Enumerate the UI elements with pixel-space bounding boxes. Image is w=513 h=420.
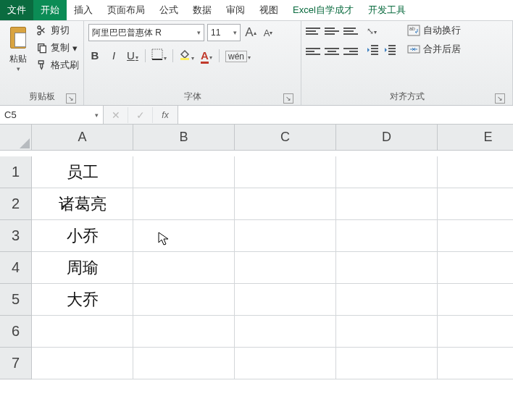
phonetic-button[interactable]: wén▾ [225, 49, 251, 62]
align-left-button[interactable] [306, 46, 320, 57]
col-header-E[interactable]: E [438, 125, 513, 151]
paste-button[interactable]: 粘贴 ▾ [4, 24, 32, 89]
clipboard-launcher-icon[interactable]: ↘ [66, 93, 76, 104]
cell-B6[interactable] [133, 316, 235, 348]
cell-A5[interactable]: 大乔 [32, 284, 133, 316]
row-header-6[interactable]: 6 [0, 316, 32, 348]
cell-B4[interactable] [133, 252, 235, 284]
menu-review[interactable]: 审阅 [219, 0, 252, 20]
select-all-corner[interactable] [0, 125, 32, 151]
align-center-button[interactable] [325, 46, 339, 57]
cell-B5[interactable] [133, 284, 235, 316]
menu-formula[interactable]: 公式 [152, 0, 185, 20]
cell-B7[interactable] [133, 348, 235, 379]
cell-E4[interactable] [438, 252, 513, 284]
cell-D5[interactable] [336, 284, 438, 316]
confirm-formula-button[interactable]: ✓ [128, 107, 153, 123]
cancel-formula-button[interactable]: ✕ [104, 107, 128, 123]
align-right-button[interactable] [343, 46, 358, 57]
col-header-D[interactable]: D [336, 125, 438, 151]
cell-C2[interactable] [235, 188, 336, 220]
cell-B3[interactable] [133, 220, 235, 252]
menu-home[interactable]: 开始 [33, 0, 67, 20]
alignment-launcher-icon[interactable]: ↘ [495, 93, 505, 104]
font-launcher-icon[interactable]: ↘ [283, 93, 293, 104]
font-name-combo[interactable]: 阿里巴巴普惠体 R ▾ [88, 24, 204, 41]
row-header-5[interactable]: 5 [0, 284, 32, 316]
italic-button[interactable]: I [107, 49, 120, 62]
cell-E6[interactable] [438, 316, 513, 348]
name-box[interactable]: C5 ▾ [0, 106, 104, 124]
menu-data[interactable]: 数据 [185, 0, 219, 20]
col-header-C[interactable]: C [235, 125, 336, 151]
cell-C5[interactable] [235, 284, 336, 316]
cell-D1[interactable] [336, 156, 438, 188]
row-header-2[interactable]: 2 [0, 188, 32, 220]
cell-E3[interactable] [438, 220, 513, 252]
cell-A6[interactable] [32, 316, 133, 348]
merge-center-button[interactable]: 合并后居 [407, 43, 461, 56]
cell-A2[interactable]: 诸葛亮 [32, 188, 133, 220]
indent-icon [384, 44, 397, 56]
format-painter-button[interactable]: 格式刷 [36, 59, 79, 72]
cell-E7[interactable] [438, 348, 513, 379]
align-bottom-button[interactable] [343, 25, 358, 37]
menu-excel-self-study[interactable]: Excel自学成才 [285, 0, 361, 20]
row-header-4[interactable]: 4 [0, 252, 32, 284]
cell-E5[interactable] [438, 284, 513, 316]
decrease-indent-button[interactable] [367, 44, 380, 58]
menu-insert[interactable]: 插入 [67, 0, 100, 20]
cell-D4[interactable] [336, 252, 438, 284]
cell-E2[interactable] [438, 188, 513, 220]
align-middle-button[interactable] [325, 25, 339, 37]
row-header-3[interactable]: 3 [0, 220, 32, 252]
cell-C6[interactable] [235, 316, 336, 348]
cell-A1[interactable]: 员工 [32, 156, 133, 188]
cell-D6[interactable] [336, 316, 438, 348]
cell-A4[interactable]: 周瑜 [32, 252, 133, 284]
merge-icon [407, 43, 420, 55]
bold-button[interactable]: B [88, 49, 101, 62]
brush-icon [36, 59, 48, 71]
cell-C3[interactable] [235, 220, 336, 252]
border-button[interactable]: ▾ [151, 49, 167, 62]
menu-file[interactable]: 文件 [0, 0, 33, 20]
cell-C7[interactable] [235, 348, 336, 379]
formula-input[interactable] [178, 106, 513, 124]
cell-E1[interactable] [438, 156, 513, 188]
increase-font-button[interactable]: A▴ [243, 24, 258, 41]
cell-A3[interactable]: 小乔 [32, 220, 133, 252]
orientation-button[interactable]: ⤡▾ [367, 26, 377, 36]
cell-C4[interactable] [235, 252, 336, 284]
spreadsheet-grid: A B C D E 1 员工 2 诸葛亮 3 小乔 4 周瑜 5 大乔 6 7 [0, 125, 513, 379]
group-font: 阿里巴巴普惠体 R ▾ 11 ▾ A▴ A▾ B I U▾ ▾ [84, 21, 301, 105]
wrap-text-button[interactable]: ab 自动换行 [407, 24, 461, 37]
cell-C1[interactable] [235, 156, 336, 188]
insert-function-button[interactable]: fx [153, 108, 178, 122]
col-header-A[interactable]: A [32, 125, 133, 151]
fill-color-button[interactable]: ▾ [179, 49, 194, 62]
underline-button[interactable]: U▾ [126, 49, 139, 62]
paste-dropdown-icon[interactable]: ▾ [4, 65, 32, 72]
font-size-combo[interactable]: 11 ▾ [207, 24, 241, 41]
copy-button[interactable]: 复制▾ [36, 41, 79, 54]
font-color-button[interactable]: A▾ [200, 49, 213, 62]
menu-developer[interactable]: 开发工具 [361, 0, 413, 20]
menu-view[interactable]: 视图 [252, 0, 285, 20]
row-header-7[interactable]: 7 [0, 348, 32, 379]
cell-A7[interactable] [32, 348, 133, 379]
cell-D3[interactable] [336, 220, 438, 252]
increase-indent-button[interactable] [384, 44, 397, 58]
cell-D7[interactable] [336, 348, 438, 379]
menu-page-layout[interactable]: 页面布局 [100, 0, 152, 20]
decrease-font-button[interactable]: A▾ [261, 24, 275, 41]
align-top-button[interactable] [306, 25, 320, 37]
cut-button[interactable]: 剪切 [36, 24, 79, 37]
cell-B2[interactable] [133, 188, 235, 220]
col-header-B[interactable]: B [133, 125, 235, 151]
font-size-value: 11 [211, 28, 220, 38]
row-header-1[interactable]: 1 [0, 156, 32, 188]
cell-B1[interactable] [133, 156, 235, 188]
cell-D2[interactable] [336, 188, 438, 220]
formula-bar: C5 ▾ ✕ ✓ fx [0, 106, 513, 125]
